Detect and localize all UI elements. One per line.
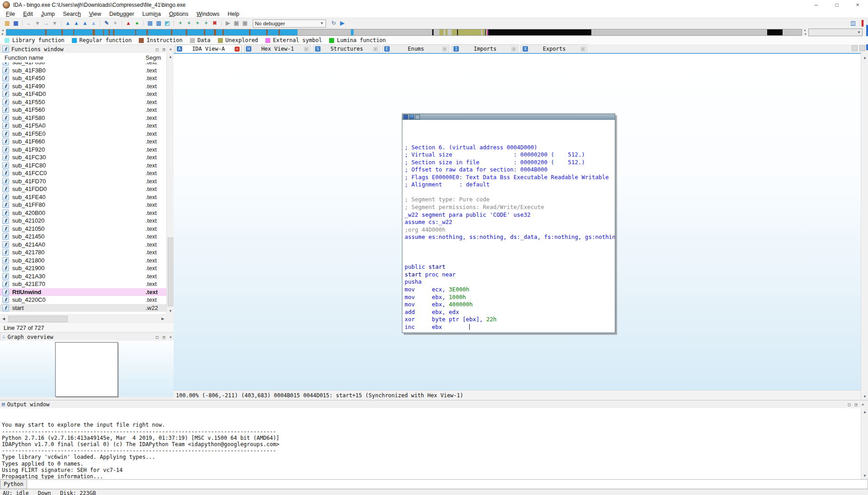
tab-structures[interactable]: S Structures ✕	[313, 44, 380, 53]
function-row[interactable]: f sub_41F660 .text	[0, 138, 166, 146]
function-row[interactable]: f sub_41F450 .text	[0, 74, 166, 82]
function-row[interactable]: f sub_421780 .text	[0, 248, 166, 257]
analysis-indicator-icon[interactable]: ●	[133, 19, 141, 27]
function-row[interactable]: f sub_41F490 .text	[0, 82, 166, 90]
navband-segment[interactable]	[47, 29, 61, 35]
navigate-back-icon[interactable]: ←	[25, 19, 33, 27]
functions-vertical-scrollbar[interactable]: ▲ ▼	[166, 53, 174, 314]
tab-close-icon[interactable]: ✕	[442, 47, 447, 52]
navband-zoom-select[interactable]: ▼	[808, 29, 863, 36]
navband-segment[interactable]	[591, 29, 767, 35]
hex-dump-icon[interactable]: ▤	[146, 19, 154, 27]
jump-function-icon[interactable]: ▲	[81, 19, 89, 27]
function-row[interactable]: f sub_41FE40 .text	[0, 193, 166, 201]
menu-windows[interactable]: Windows	[193, 11, 224, 17]
navband-scroll-right-icon[interactable]: ▸◂	[803, 29, 807, 36]
delete-icon[interactable]: ✖	[211, 19, 218, 27]
navband-segment[interactable]	[172, 29, 186, 35]
navband-segment[interactable]	[63, 29, 73, 35]
jump-name-icon[interactable]: ▲	[73, 19, 80, 27]
tab-imports[interactable]: I Imports ✕	[452, 44, 518, 53]
forward-history-icon[interactable]: ▾	[51, 19, 58, 27]
toolbar-icon[interactable]	[100, 20, 100, 26]
toolbar-icon[interactable]	[174, 20, 174, 26]
toolbar-icon[interactable]	[143, 20, 144, 26]
navigate-forward-icon[interactable]: →	[42, 19, 50, 27]
disassembly-window[interactable]: ; Section 6. (virtual address 0004D000);…	[402, 114, 615, 333]
debugger-pause-icon[interactable]: ▣	[233, 19, 240, 27]
navband-segment[interactable]	[439, 29, 443, 35]
navband-segment[interactable]	[268, 29, 279, 35]
attach-process-icon[interactable]: ▶	[339, 19, 346, 27]
function-row[interactable]: f sub_41F4D0 .text	[0, 90, 166, 98]
code-line[interactable]: public start	[405, 263, 615, 271]
function-row[interactable]: f sub_41FCC0 .text	[0, 169, 166, 177]
function-row[interactable]: f sub_41F5E0 .text	[0, 130, 166, 138]
structure-add-icon[interactable]: +	[203, 19, 210, 27]
python-interpreter-button[interactable]: Python	[0, 479, 27, 489]
menu-view[interactable]: View	[85, 11, 105, 17]
code-line[interactable]: inc ebx	[405, 324, 615, 331]
code-line[interactable]: ; Section 6. (virtual address 0004D000)	[405, 144, 615, 152]
navband-segment[interactable]	[452, 29, 457, 35]
function-row[interactable]: f start .w22	[0, 304, 166, 312]
navband-segment[interactable]	[280, 29, 298, 35]
code-line[interactable]: assume cs:_w22	[405, 219, 615, 226]
menu-help[interactable]: Help	[224, 11, 244, 17]
code-line[interactable]: start proc near	[405, 271, 615, 279]
debugger-stop-icon[interactable]: ▣	[241, 19, 249, 27]
navband-segment[interactable]	[216, 29, 222, 35]
debugger-run-icon[interactable]: ▶	[224, 19, 231, 27]
menu-lumina[interactable]: Lumina	[138, 11, 165, 17]
code-line[interactable]: ; Segment permissions: Read/Write/Execut…	[405, 204, 615, 211]
code-line[interactable]: mov ebx, 1000h	[405, 294, 615, 301]
scroll-up-icon[interactable]: ▲	[861, 54, 868, 61]
code-line[interactable]	[405, 248, 615, 256]
output-log[interactable]: You may start to explore the input file …	[0, 408, 861, 479]
scrollbar-thumb[interactable]	[8, 316, 68, 322]
tab-close-icon[interactable]: ✕	[235, 47, 240, 52]
breakpoint-add-icon[interactable]: +	[177, 19, 184, 27]
refresh-icon[interactable]: ↻	[330, 19, 337, 27]
code-line[interactable]: pusha	[405, 278, 615, 286]
maximize-panel-icon[interactable]: □	[154, 47, 160, 52]
navband-segment[interactable]	[110, 29, 113, 35]
tab-close-icon[interactable]: ✕	[373, 47, 378, 52]
navband-segment[interactable]	[187, 29, 204, 35]
close-panel-icon[interactable]: ×	[859, 402, 866, 407]
python-input[interactable]	[27, 479, 868, 489]
output-vertical-scrollbar[interactable]: ▲ ▼	[861, 408, 868, 479]
code-line[interactable]	[405, 241, 615, 249]
function-row[interactable]: f sub_4220C0 .text	[0, 296, 166, 304]
code-line[interactable]: ; Flags E00000E0: Text Data Bss Executab…	[405, 174, 615, 181]
disassembly-window-titlebar[interactable]	[402, 114, 615, 120]
record-icon[interactable]: ▐	[858, 19, 865, 27]
function-row[interactable]: f sub_41F3B0 .text	[0, 67, 166, 75]
navband-segment[interactable]	[95, 29, 103, 35]
function-row[interactable]: f sub_421450 .text	[0, 233, 166, 241]
function-row[interactable]: f sub_421E70 .text	[0, 280, 166, 288]
names-window-icon[interactable]: ◩	[164, 19, 171, 27]
toolbar-icon[interactable]	[122, 20, 122, 26]
scroll-up-icon[interactable]: ▲	[167, 53, 174, 60]
code-line[interactable]: add ebx, edx	[405, 309, 615, 316]
maximize-icon[interactable]: □	[826, 0, 847, 10]
back-history-icon[interactable]: ▾	[34, 19, 41, 27]
functions-horizontal-scrollbar[interactable]: ◀ ▶	[0, 314, 166, 323]
navband-segment[interactable]	[104, 29, 108, 35]
menu-jump[interactable]: Jump	[37, 11, 59, 17]
float-panel-icon[interactable]: ◳	[160, 47, 167, 52]
tab-hex-view-1[interactable]: H Hex View-1 ✕	[244, 44, 311, 53]
code-line[interactable]: ; Alignment : default	[405, 181, 615, 189]
function-row[interactable]: f sub_41FDD0 .text	[0, 185, 166, 193]
save-icon[interactable]: ▦	[12, 19, 19, 27]
debugger-select[interactable]: No debugger ▼	[253, 19, 326, 28]
float-panel-icon[interactable]: ◳	[160, 335, 167, 339]
menu-options[interactable]: Options	[165, 11, 193, 17]
tab-list-icon[interactable]	[852, 45, 858, 51]
tab-exports[interactable]: X Exports ✕	[521, 44, 587, 53]
navband-segment[interactable]	[205, 29, 214, 35]
navband-segment[interactable]	[488, 29, 592, 35]
navband-segment[interactable]	[250, 29, 266, 35]
function-row[interactable]: f sub_4214A0 .text	[0, 241, 166, 249]
